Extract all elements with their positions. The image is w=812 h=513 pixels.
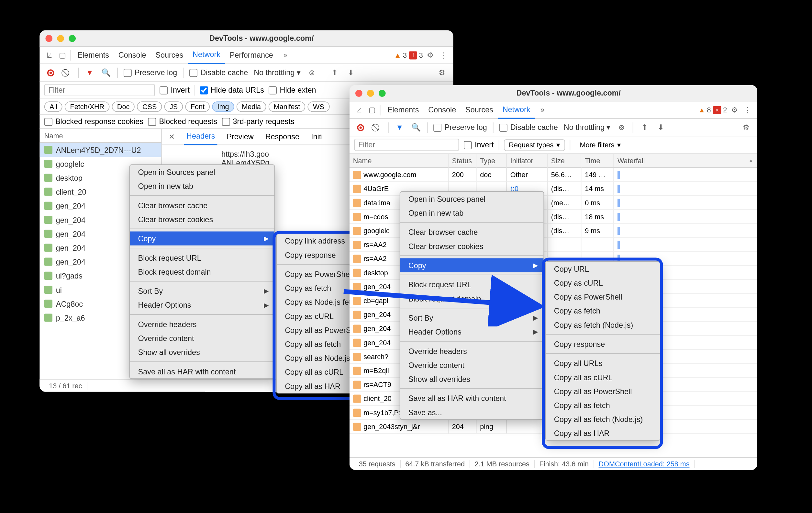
context-menu[interactable]: Open in Sources panelOpen in new tabClea… xyxy=(129,164,275,379)
menu-item[interactable]: Open in Sources panel xyxy=(400,192,544,206)
warnings-badge[interactable]: ▲3 xyxy=(394,51,407,59)
menu-item[interactable]: Copy all as fetch xyxy=(546,398,660,412)
menu-item[interactable]: Save all as HAR with content xyxy=(400,391,544,405)
device-icon[interactable]: ▢ xyxy=(367,105,377,115)
pill-img[interactable]: Img xyxy=(212,101,234,112)
pill-js[interactable]: JS xyxy=(165,101,183,112)
errors-badge[interactable]: !3 xyxy=(409,51,423,59)
tab-console[interactable]: Console xyxy=(114,46,151,64)
menu-item[interactable]: Open in Sources panel xyxy=(130,165,274,179)
clear-icon[interactable]: ⃠ xyxy=(372,122,382,132)
menu-item[interactable]: Block request domain xyxy=(130,265,274,278)
filter-icon[interactable]: ▼ xyxy=(395,122,405,132)
table-cell[interactable]: gen_2043styn_j&r xyxy=(350,420,448,434)
close-icon[interactable] xyxy=(45,35,52,42)
pill-css[interactable]: CSS xyxy=(137,101,162,112)
zoom-icon[interactable] xyxy=(379,89,386,97)
more-tabs-icon[interactable]: » xyxy=(280,50,290,60)
menu-item[interactable]: Open in new tab xyxy=(130,179,274,193)
menu-item[interactable]: Header Options▶ xyxy=(400,325,544,339)
menu-item[interactable]: Override headers xyxy=(400,344,544,358)
column-header[interactable]: Size xyxy=(548,154,581,168)
kebab-icon[interactable]: ⋮ xyxy=(742,105,752,115)
menu-item[interactable]: Copy all as cURL xyxy=(546,370,660,384)
menu-item[interactable]: Sort By▶ xyxy=(130,284,274,298)
menu-item[interactable]: Header Options▶ xyxy=(130,298,274,312)
invert-checkbox[interactable]: Invert xyxy=(160,86,190,94)
preserve-log-checkbox[interactable]: Preserve log xyxy=(433,123,487,132)
tab-performance[interactable]: Performance xyxy=(225,46,278,64)
request-types-dropdown[interactable]: Request types ▾ xyxy=(503,139,565,151)
third-party-checkbox[interactable]: 3rd-party requests xyxy=(222,117,294,126)
menu-item[interactable]: Copy all URLs xyxy=(546,356,660,370)
settings-icon[interactable]: ⚙ xyxy=(741,122,752,132)
detail-tab-response[interactable]: Response xyxy=(263,129,302,145)
settings-icon[interactable]: ⚙ xyxy=(729,105,740,115)
column-header[interactable]: Initiator xyxy=(507,154,548,168)
search-icon[interactable]: 🔍 xyxy=(100,68,111,78)
menu-item[interactable]: Copy as fetch (Node.js) xyxy=(546,318,660,332)
disable-cache-checkbox[interactable]: Disable cache xyxy=(189,68,248,77)
device-icon[interactable]: ▢ xyxy=(57,50,67,60)
menu-item[interactable]: Copy URL xyxy=(546,262,660,276)
wifi-icon[interactable]: ⊚ xyxy=(307,68,317,78)
menu-item[interactable]: Open in new tab xyxy=(400,206,544,220)
pill-fetchxhr[interactable]: Fetch/XHR xyxy=(65,101,109,112)
request-row[interactable]: ANLem4Y5D_2D7N---U2 xyxy=(39,143,161,157)
blocked-requests-checkbox[interactable]: Blocked requests xyxy=(148,117,217,126)
wifi-icon[interactable]: ⊚ xyxy=(616,122,627,132)
detail-tab-initi[interactable]: Initi xyxy=(309,129,325,145)
menu-item[interactable]: Copy all as HAR xyxy=(546,426,660,440)
pill-manifest[interactable]: Manifest xyxy=(268,101,305,112)
menu-item[interactable]: Copy all as PowerShell xyxy=(546,384,660,398)
zoom-icon[interactable] xyxy=(68,35,76,42)
preserve-log-checkbox[interactable]: Preserve log xyxy=(124,68,177,77)
pill-ws[interactable]: WS xyxy=(308,101,329,112)
hide-extensions-checkbox[interactable]: Hide exten xyxy=(269,86,316,94)
menu-item[interactable]: Copy as fetch xyxy=(546,304,660,318)
table-cell[interactable]: www.google.com xyxy=(350,168,448,182)
errors-badge[interactable]: ×2 xyxy=(713,106,727,114)
inspect-icon[interactable]: ⟀ xyxy=(44,50,55,60)
filter-input[interactable] xyxy=(354,139,459,151)
column-header[interactable]: Name xyxy=(350,154,448,168)
menu-item[interactable]: Block request URL xyxy=(130,251,274,265)
close-icon[interactable]: ✕ xyxy=(167,132,177,141)
tab-network[interactable]: Network xyxy=(498,101,535,118)
settings-icon[interactable]: ⚙ xyxy=(425,50,436,60)
menu-item[interactable]: Copy response xyxy=(546,337,660,351)
tab-sources[interactable]: Sources xyxy=(151,46,188,64)
column-header[interactable]: Type xyxy=(476,154,507,168)
pill-font[interactable]: Font xyxy=(185,101,210,112)
download-icon[interactable]: ⬇ xyxy=(346,68,356,78)
filter-input[interactable] xyxy=(44,84,155,96)
record-icon[interactable] xyxy=(45,68,56,78)
upload-icon[interactable]: ⬆ xyxy=(329,68,340,78)
clear-icon[interactable]: ⃠ xyxy=(62,68,72,78)
menu-item[interactable]: Copy as cURL xyxy=(546,276,660,290)
inspect-icon[interactable]: ⟀ xyxy=(354,105,365,115)
detail-tab-preview[interactable]: Preview xyxy=(224,129,256,145)
menu-item[interactable]: Copy all as fetch (Node.js) xyxy=(546,412,660,426)
tab-network[interactable]: Network xyxy=(188,46,225,64)
kebab-icon[interactable]: ⋮ xyxy=(438,50,448,60)
menu-item[interactable]: Save all as HAR with content xyxy=(130,364,274,378)
menu-item[interactable]: Clear browser cookies xyxy=(130,212,274,226)
column-header[interactable]: Status xyxy=(448,154,476,168)
name-column-header[interactable]: Name xyxy=(39,129,161,143)
minimize-icon[interactable] xyxy=(57,35,64,42)
menu-item[interactable]: Override content xyxy=(130,331,274,345)
disable-cache-checkbox[interactable]: Disable cache xyxy=(499,123,558,132)
menu-item[interactable]: Override content xyxy=(400,358,544,372)
tab-console[interactable]: Console xyxy=(424,101,461,118)
filter-icon[interactable]: ▼ xyxy=(84,68,95,78)
throttling-select[interactable]: No throttling ▾ xyxy=(254,68,301,77)
menu-item[interactable]: Copy as PowerShell xyxy=(546,290,660,304)
more-filters-dropdown[interactable]: More filters ▾ xyxy=(575,140,625,150)
download-icon[interactable]: ⬇ xyxy=(656,122,666,132)
pill-media[interactable]: Media xyxy=(237,101,266,112)
close-icon[interactable] xyxy=(355,89,362,97)
menu-item[interactable]: Show all overrides xyxy=(400,372,544,386)
menu-item[interactable]: Copy▶ xyxy=(130,232,274,245)
menu-item[interactable]: Clear browser cache xyxy=(130,198,274,212)
